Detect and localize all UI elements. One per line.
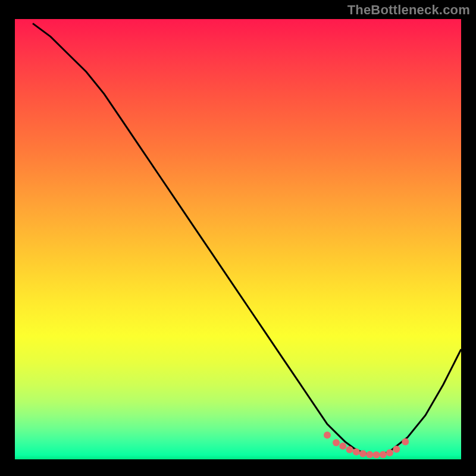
optimum-dot: [386, 449, 393, 456]
optimum-dot: [359, 450, 367, 457]
chart-svg: [15, 19, 461, 459]
optimum-band-dots: [324, 431, 409, 458]
optimum-dot: [333, 439, 340, 446]
optimum-dot: [402, 438, 409, 445]
optimum-dot: [324, 431, 331, 439]
page-root: TheBottleneck.com: [0, 0, 476, 476]
bottleneck-curve: [33, 23, 461, 455]
optimum-dot: [346, 446, 353, 453]
optimum-dot: [353, 448, 360, 455]
optimum-dot: [380, 451, 387, 458]
optimum-dot: [366, 451, 373, 458]
optimum-dot: [393, 446, 400, 453]
optimum-dot: [373, 452, 380, 459]
optimum-dot: [339, 443, 346, 450]
chart-container: [15, 19, 461, 459]
attribution-text: TheBottleneck.com: [347, 2, 470, 18]
